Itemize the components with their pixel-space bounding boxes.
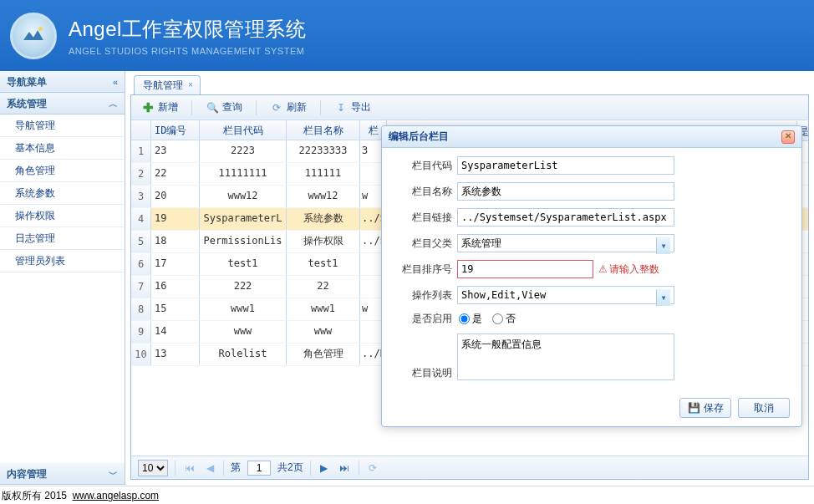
tab-label: 导航管理 xyxy=(143,76,183,94)
dialog-header[interactable]: 编辑后台栏目 xyxy=(382,126,801,148)
app-logo xyxy=(10,13,57,59)
textarea-desc[interactable] xyxy=(457,333,674,380)
sidebar-item-2[interactable]: 角色管理 xyxy=(0,160,125,182)
sidebar-item-3[interactable]: 系统参数 xyxy=(0,182,125,205)
dialog-close-icon[interactable] xyxy=(781,130,795,144)
label-parent: 栏目父类 xyxy=(392,237,457,251)
label-ops: 操作列表 xyxy=(392,288,457,303)
chevron-down-icon[interactable]: ﹀ xyxy=(109,463,118,485)
label-link: 栏目链接 xyxy=(392,211,457,225)
tab-strip: 导航管理 × xyxy=(130,75,809,95)
sidebar-bottom-title: 内容管理 xyxy=(7,463,47,485)
prev-page-icon[interactable]: ◀ xyxy=(204,462,216,474)
label-enabled: 是否启用 xyxy=(392,312,457,326)
col-name[interactable]: 栏目名称 xyxy=(287,120,360,140)
sidebar-nav-header[interactable]: 导航菜单 « xyxy=(0,71,125,93)
save-button[interactable]: 💾保存 xyxy=(679,398,731,418)
tab-nav-manage[interactable]: 导航管理 × xyxy=(134,75,201,94)
input-link[interactable] xyxy=(457,208,674,227)
add-button[interactable]: ✚新增 xyxy=(138,99,181,116)
select-ops[interactable]: Show,Edit,View xyxy=(457,286,674,304)
page-input[interactable] xyxy=(247,461,271,476)
sidebar-group-title: 系统管理 xyxy=(7,93,47,115)
app-title: Angel工作室权限管理系统 xyxy=(69,16,306,43)
page-size-select[interactable]: 10 xyxy=(138,460,168,476)
sidebar-nav-title: 导航菜单 xyxy=(7,71,47,93)
refresh-icon: ⟳ xyxy=(270,101,283,115)
error-sort: 请输入整数 xyxy=(598,262,659,277)
radio-yes[interactable]: 是 xyxy=(459,312,482,326)
input-code[interactable] xyxy=(457,156,674,175)
search-icon: 🔍 xyxy=(206,101,219,115)
select-parent[interactable]: 系统管理 xyxy=(457,234,674,252)
sidebar-item-6[interactable]: 管理员列表 xyxy=(0,250,125,272)
reload-icon[interactable]: ⟳ xyxy=(366,462,379,474)
app-subtitle: ANGEL STUDIOS RIGHTS MANAGEMENT SYSTEM xyxy=(69,46,306,56)
input-name[interactable] xyxy=(457,182,674,201)
label-sort: 栏目排序号 xyxy=(392,262,457,277)
sidebar-group-header[interactable]: 系统管理 ︿ xyxy=(0,93,125,115)
page-prefix: 第 xyxy=(231,461,241,475)
export-icon: ↧ xyxy=(334,101,348,115)
chevron-up-icon[interactable]: ︿ xyxy=(109,93,118,115)
close-icon[interactable]: × xyxy=(186,76,195,94)
sidebar-item-5[interactable]: 日志管理 xyxy=(0,227,125,250)
sidebar-bottom-group[interactable]: 内容管理 ﹀ xyxy=(0,463,125,485)
page-total: 共2页 xyxy=(277,461,303,475)
dialog-title: 编辑后台栏目 xyxy=(389,130,449,144)
plus-icon: ✚ xyxy=(141,101,155,115)
search-button[interactable]: 🔍查询 xyxy=(202,99,246,116)
sidebar-item-0[interactable]: 导航管理 xyxy=(0,115,125,137)
disk-icon: 💾 xyxy=(688,402,700,414)
label-desc: 栏目说明 xyxy=(392,366,457,380)
label-name: 栏目名称 xyxy=(392,185,457,199)
edit-dialog: 编辑后台栏目 栏目代码 栏目名称 栏目链接 栏目父类系统管理 栏目排序号请输入整… xyxy=(381,125,802,427)
col-id[interactable]: ID编号 xyxy=(151,120,200,140)
collapse-icon[interactable]: « xyxy=(113,71,118,93)
next-page-icon[interactable]: ▶ xyxy=(318,462,330,474)
refresh-button[interactable]: ⟳刷新 xyxy=(267,99,310,116)
footer-url[interactable]: www.angelasp.com xyxy=(73,490,159,501)
sidebar-item-4[interactable]: 操作权限 xyxy=(0,205,125,227)
app-header: Angel工作室权限管理系统 ANGEL STUDIOS RIGHTS MANA… xyxy=(0,0,814,71)
footer: 版权所有 2015 www.angelasp.com xyxy=(0,486,814,504)
cancel-button[interactable]: 取消 xyxy=(738,398,790,418)
first-page-icon[interactable]: ⏮ xyxy=(182,462,197,474)
label-code: 栏目代码 xyxy=(392,159,457,173)
radio-no[interactable]: 否 xyxy=(492,312,516,326)
sidebar-item-1[interactable]: 基本信息 xyxy=(0,137,125,160)
toolbar: ✚新增 🔍查询 ⟳刷新 ↧导出 xyxy=(131,95,808,120)
col-code[interactable]: 栏目代码 xyxy=(200,120,287,140)
input-sort[interactable] xyxy=(457,260,593,278)
svg-point-0 xyxy=(38,26,43,30)
sidebar: 导航菜单 « 系统管理 ︿ 导航管理基本信息角色管理系统参数操作权限日志管理管理… xyxy=(0,71,125,485)
export-button[interactable]: ↧导出 xyxy=(331,99,374,116)
last-page-icon[interactable]: ⏭ xyxy=(337,462,352,474)
pager: 10 ⏮ ◀ 第 共2页 ▶ ⏭ ⟳ xyxy=(131,456,808,479)
